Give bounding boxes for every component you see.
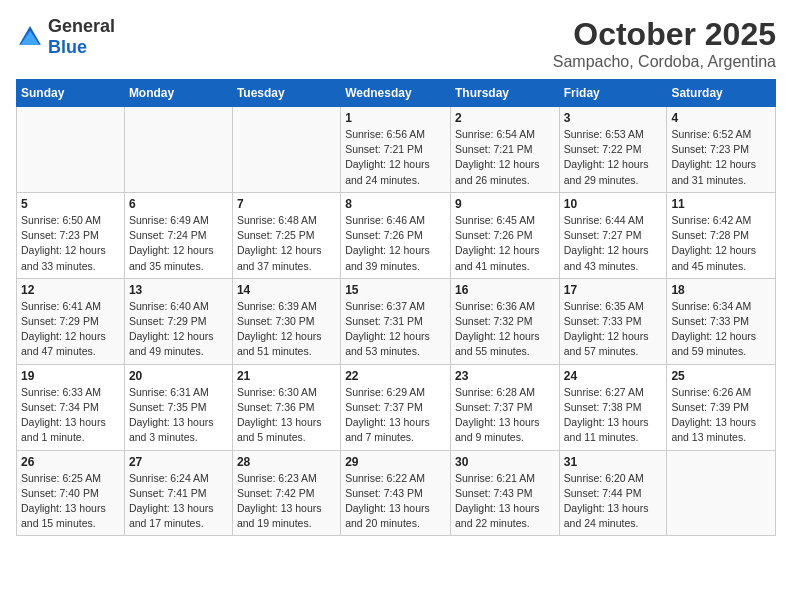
calendar-cell: 15Sunrise: 6:37 AM Sunset: 7:31 PM Dayli… bbox=[341, 278, 451, 364]
day-number: 21 bbox=[237, 369, 336, 383]
cell-info: Sunrise: 6:26 AM Sunset: 7:39 PM Dayligh… bbox=[671, 385, 771, 446]
logo: General Blue bbox=[16, 16, 115, 58]
cell-info: Sunrise: 6:36 AM Sunset: 7:32 PM Dayligh… bbox=[455, 299, 555, 360]
calendar-week-row: 19Sunrise: 6:33 AM Sunset: 7:34 PM Dayli… bbox=[17, 364, 776, 450]
weekday-header-saturday: Saturday bbox=[667, 80, 776, 107]
cell-info: Sunrise: 6:52 AM Sunset: 7:23 PM Dayligh… bbox=[671, 127, 771, 188]
calendar-cell: 22Sunrise: 6:29 AM Sunset: 7:37 PM Dayli… bbox=[341, 364, 451, 450]
cell-info: Sunrise: 6:56 AM Sunset: 7:21 PM Dayligh… bbox=[345, 127, 446, 188]
calendar-cell: 10Sunrise: 6:44 AM Sunset: 7:27 PM Dayli… bbox=[559, 192, 667, 278]
calendar-cell bbox=[232, 107, 340, 193]
day-number: 17 bbox=[564, 283, 663, 297]
calendar-cell: 20Sunrise: 6:31 AM Sunset: 7:35 PM Dayli… bbox=[124, 364, 232, 450]
calendar-cell: 5Sunrise: 6:50 AM Sunset: 7:23 PM Daylig… bbox=[17, 192, 125, 278]
day-number: 13 bbox=[129, 283, 228, 297]
weekday-header-tuesday: Tuesday bbox=[232, 80, 340, 107]
calendar-cell bbox=[667, 450, 776, 536]
calendar-cell: 11Sunrise: 6:42 AM Sunset: 7:28 PM Dayli… bbox=[667, 192, 776, 278]
cell-info: Sunrise: 6:28 AM Sunset: 7:37 PM Dayligh… bbox=[455, 385, 555, 446]
calendar-cell: 12Sunrise: 6:41 AM Sunset: 7:29 PM Dayli… bbox=[17, 278, 125, 364]
logo-text-general: General bbox=[48, 16, 115, 36]
calendar-table: SundayMondayTuesdayWednesdayThursdayFrid… bbox=[16, 79, 776, 536]
calendar-cell: 14Sunrise: 6:39 AM Sunset: 7:30 PM Dayli… bbox=[232, 278, 340, 364]
page-header: General Blue October 2025 Sampacho, Cord… bbox=[16, 16, 776, 71]
calendar-cell: 26Sunrise: 6:25 AM Sunset: 7:40 PM Dayli… bbox=[17, 450, 125, 536]
cell-info: Sunrise: 6:34 AM Sunset: 7:33 PM Dayligh… bbox=[671, 299, 771, 360]
calendar-cell bbox=[124, 107, 232, 193]
cell-info: Sunrise: 6:27 AM Sunset: 7:38 PM Dayligh… bbox=[564, 385, 663, 446]
cell-info: Sunrise: 6:29 AM Sunset: 7:37 PM Dayligh… bbox=[345, 385, 446, 446]
calendar-week-row: 12Sunrise: 6:41 AM Sunset: 7:29 PM Dayli… bbox=[17, 278, 776, 364]
calendar-cell: 3Sunrise: 6:53 AM Sunset: 7:22 PM Daylig… bbox=[559, 107, 667, 193]
day-number: 29 bbox=[345, 455, 446, 469]
cell-info: Sunrise: 6:21 AM Sunset: 7:43 PM Dayligh… bbox=[455, 471, 555, 532]
cell-info: Sunrise: 6:50 AM Sunset: 7:23 PM Dayligh… bbox=[21, 213, 120, 274]
page-title: October 2025 bbox=[553, 16, 776, 53]
calendar-cell: 8Sunrise: 6:46 AM Sunset: 7:26 PM Daylig… bbox=[341, 192, 451, 278]
calendar-cell: 29Sunrise: 6:22 AM Sunset: 7:43 PM Dayli… bbox=[341, 450, 451, 536]
calendar-cell: 4Sunrise: 6:52 AM Sunset: 7:23 PM Daylig… bbox=[667, 107, 776, 193]
calendar-cell: 19Sunrise: 6:33 AM Sunset: 7:34 PM Dayli… bbox=[17, 364, 125, 450]
cell-info: Sunrise: 6:44 AM Sunset: 7:27 PM Dayligh… bbox=[564, 213, 663, 274]
cell-info: Sunrise: 6:45 AM Sunset: 7:26 PM Dayligh… bbox=[455, 213, 555, 274]
cell-info: Sunrise: 6:24 AM Sunset: 7:41 PM Dayligh… bbox=[129, 471, 228, 532]
weekday-header-friday: Friday bbox=[559, 80, 667, 107]
cell-info: Sunrise: 6:48 AM Sunset: 7:25 PM Dayligh… bbox=[237, 213, 336, 274]
calendar-cell: 7Sunrise: 6:48 AM Sunset: 7:25 PM Daylig… bbox=[232, 192, 340, 278]
weekday-header-wednesday: Wednesday bbox=[341, 80, 451, 107]
calendar-cell: 1Sunrise: 6:56 AM Sunset: 7:21 PM Daylig… bbox=[341, 107, 451, 193]
day-number: 30 bbox=[455, 455, 555, 469]
weekday-header-sunday: Sunday bbox=[17, 80, 125, 107]
weekday-header-monday: Monday bbox=[124, 80, 232, 107]
cell-info: Sunrise: 6:33 AM Sunset: 7:34 PM Dayligh… bbox=[21, 385, 120, 446]
day-number: 12 bbox=[21, 283, 120, 297]
cell-info: Sunrise: 6:53 AM Sunset: 7:22 PM Dayligh… bbox=[564, 127, 663, 188]
day-number: 7 bbox=[237, 197, 336, 211]
cell-info: Sunrise: 6:39 AM Sunset: 7:30 PM Dayligh… bbox=[237, 299, 336, 360]
weekday-header-thursday: Thursday bbox=[450, 80, 559, 107]
day-number: 31 bbox=[564, 455, 663, 469]
day-number: 9 bbox=[455, 197, 555, 211]
cell-info: Sunrise: 6:30 AM Sunset: 7:36 PM Dayligh… bbox=[237, 385, 336, 446]
day-number: 11 bbox=[671, 197, 771, 211]
calendar-cell bbox=[17, 107, 125, 193]
cell-info: Sunrise: 6:25 AM Sunset: 7:40 PM Dayligh… bbox=[21, 471, 120, 532]
day-number: 27 bbox=[129, 455, 228, 469]
calendar-cell: 2Sunrise: 6:54 AM Sunset: 7:21 PM Daylig… bbox=[450, 107, 559, 193]
calendar-cell: 31Sunrise: 6:20 AM Sunset: 7:44 PM Dayli… bbox=[559, 450, 667, 536]
day-number: 8 bbox=[345, 197, 446, 211]
day-number: 4 bbox=[671, 111, 771, 125]
calendar-cell: 27Sunrise: 6:24 AM Sunset: 7:41 PM Dayli… bbox=[124, 450, 232, 536]
calendar-cell: 6Sunrise: 6:49 AM Sunset: 7:24 PM Daylig… bbox=[124, 192, 232, 278]
calendar-cell: 25Sunrise: 6:26 AM Sunset: 7:39 PM Dayli… bbox=[667, 364, 776, 450]
day-number: 24 bbox=[564, 369, 663, 383]
cell-info: Sunrise: 6:37 AM Sunset: 7:31 PM Dayligh… bbox=[345, 299, 446, 360]
cell-info: Sunrise: 6:49 AM Sunset: 7:24 PM Dayligh… bbox=[129, 213, 228, 274]
weekday-header-row: SundayMondayTuesdayWednesdayThursdayFrid… bbox=[17, 80, 776, 107]
calendar-cell: 18Sunrise: 6:34 AM Sunset: 7:33 PM Dayli… bbox=[667, 278, 776, 364]
day-number: 25 bbox=[671, 369, 771, 383]
cell-info: Sunrise: 6:54 AM Sunset: 7:21 PM Dayligh… bbox=[455, 127, 555, 188]
day-number: 15 bbox=[345, 283, 446, 297]
calendar-week-row: 26Sunrise: 6:25 AM Sunset: 7:40 PM Dayli… bbox=[17, 450, 776, 536]
cell-info: Sunrise: 6:31 AM Sunset: 7:35 PM Dayligh… bbox=[129, 385, 228, 446]
title-block: October 2025 Sampacho, Cordoba, Argentin… bbox=[553, 16, 776, 71]
day-number: 20 bbox=[129, 369, 228, 383]
calendar-cell: 28Sunrise: 6:23 AM Sunset: 7:42 PM Dayli… bbox=[232, 450, 340, 536]
cell-info: Sunrise: 6:42 AM Sunset: 7:28 PM Dayligh… bbox=[671, 213, 771, 274]
cell-info: Sunrise: 6:40 AM Sunset: 7:29 PM Dayligh… bbox=[129, 299, 228, 360]
logo-icon bbox=[16, 23, 44, 51]
calendar-cell: 13Sunrise: 6:40 AM Sunset: 7:29 PM Dayli… bbox=[124, 278, 232, 364]
day-number: 28 bbox=[237, 455, 336, 469]
cell-info: Sunrise: 6:35 AM Sunset: 7:33 PM Dayligh… bbox=[564, 299, 663, 360]
day-number: 10 bbox=[564, 197, 663, 211]
day-number: 22 bbox=[345, 369, 446, 383]
calendar-cell: 17Sunrise: 6:35 AM Sunset: 7:33 PM Dayli… bbox=[559, 278, 667, 364]
day-number: 1 bbox=[345, 111, 446, 125]
calendar-cell: 16Sunrise: 6:36 AM Sunset: 7:32 PM Dayli… bbox=[450, 278, 559, 364]
day-number: 6 bbox=[129, 197, 228, 211]
day-number: 26 bbox=[21, 455, 120, 469]
calendar-cell: 21Sunrise: 6:30 AM Sunset: 7:36 PM Dayli… bbox=[232, 364, 340, 450]
cell-info: Sunrise: 6:20 AM Sunset: 7:44 PM Dayligh… bbox=[564, 471, 663, 532]
day-number: 3 bbox=[564, 111, 663, 125]
